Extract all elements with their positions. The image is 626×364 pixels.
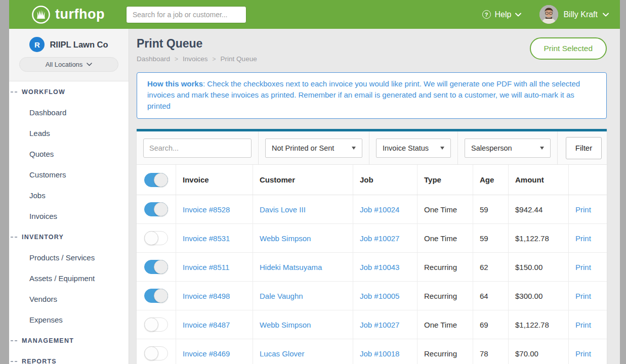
invoice-link[interactable]: Invoice #8487	[183, 321, 230, 329]
invoice-link[interactable]: Invoice #8528	[183, 205, 230, 214]
job-link[interactable]: Job #10027	[360, 321, 399, 329]
invoice-link[interactable]: Invoice #8469	[183, 349, 230, 358]
column-header-type: Type	[418, 165, 473, 195]
locations-label: All Locations	[46, 61, 83, 68]
help-icon: ?	[482, 10, 491, 19]
invoice-amount: $1,122.78	[509, 310, 569, 339]
invoice-select-toggle[interactable]	[144, 317, 168, 332]
customer-link[interactable]: Lucas Glover	[260, 349, 304, 358]
print-link[interactable]: Print	[575, 292, 591, 300]
breadcrumb-separator: >	[175, 56, 178, 63]
job-link[interactable]: Job #10005	[360, 292, 399, 300]
toggle-knob	[154, 289, 168, 303]
invoice-amount: $1,122.78	[509, 224, 569, 252]
table-row: Invoice #8528 Davis Love III Job #10024 …	[137, 195, 607, 224]
print-link[interactable]: Print	[575, 263, 591, 271]
sidebar-item-products-services[interactable]: Products / Services	[9, 247, 129, 268]
table-row: Invoice #8511 Hideki Matsuyama Job #1004…	[137, 253, 607, 282]
select-caret-icon	[352, 147, 356, 150]
sidebar-item-customers[interactable]: Customers	[9, 164, 129, 185]
print-selected-button[interactable]: Print Selected	[530, 37, 607, 60]
app-logo[interactable]: turfhop	[31, 5, 105, 24]
print-link[interactable]: Print	[575, 321, 591, 329]
invoice-select-toggle[interactable]	[144, 202, 168, 216]
section-dash-icon	[11, 92, 17, 93]
invoice-type: Recurring	[418, 282, 473, 310]
customer-link[interactable]: Davis Love III	[260, 205, 306, 214]
invoice-table: Invoice Customer Job Type Age Amount Inv…	[137, 165, 607, 364]
table-row: Invoice #8487 Webb Simpson Job #10027 On…	[137, 310, 607, 339]
breadcrumb-print-queue: Print Queue	[221, 55, 257, 63]
sidebar-item-vendors[interactable]: Vendors	[9, 289, 129, 309]
filter-button[interactable]: Filter	[566, 137, 602, 159]
breadcrumb-dashboard[interactable]: Dashboard	[137, 55, 170, 63]
invoice-age: 78	[473, 339, 509, 364]
column-header-customer: Customer	[253, 165, 353, 195]
job-link[interactable]: Job #10024	[360, 205, 399, 214]
help-menu[interactable]: ? Help	[482, 10, 522, 19]
vertical-scrollbar[interactable]	[620, 0, 626, 364]
invoice-link[interactable]: Invoice #8511	[183, 263, 229, 271]
customer-link[interactable]: Webb Simpson	[260, 321, 311, 329]
toggle-knob	[144, 317, 158, 332]
filter-bar: Not Printed or Sent Invoice Status Sales…	[137, 131, 607, 165]
invoice-age: 64	[473, 282, 509, 310]
job-link[interactable]: Job #10043	[360, 263, 399, 271]
user-menu[interactable]: Billy Kraft	[539, 5, 609, 24]
invoice-link[interactable]: Invoice #8498	[183, 292, 230, 300]
select-all-toggle[interactable]	[144, 173, 168, 187]
sidebar-item-invoices[interactable]: Invoices	[9, 206, 129, 226]
invoice-age: 69	[473, 310, 509, 339]
invoice-amount: $70.00	[509, 339, 569, 364]
toggle-knob	[144, 231, 158, 245]
main-content: Print Queue Dashboard > Invoices > Print…	[129, 29, 620, 364]
invoice-select-toggle[interactable]	[144, 346, 168, 360]
sidebar-item-expenses[interactable]: Expenses	[9, 309, 129, 330]
invoice-select-toggle[interactable]	[144, 260, 168, 274]
column-header-amount: Amount	[509, 165, 569, 195]
sidebar-item-jobs[interactable]: Jobs	[9, 185, 129, 206]
select-caret-icon	[540, 147, 544, 150]
app-header: turfhop ? Help Billy Kraft	[9, 0, 620, 29]
invoice-type: Recurring	[418, 339, 473, 364]
table-search-input[interactable]	[143, 139, 252, 158]
print-link[interactable]: Print	[575, 234, 591, 243]
sidebar-item-assets-equipment[interactable]: Assets / Equipment	[9, 268, 129, 289]
sidebar-item-leads[interactable]: Leads	[9, 123, 129, 144]
locations-dropdown[interactable]: All Locations	[19, 57, 118, 72]
help-label: Help	[495, 10, 512, 19]
print-link[interactable]: Print	[575, 205, 591, 214]
invoice-age: 59	[473, 195, 509, 223]
invoice-amount: $300.00	[509, 282, 569, 310]
job-link[interactable]: Job #10027	[360, 234, 399, 243]
chevron-down-icon	[603, 13, 609, 17]
table-row: Invoice #8531 Webb Simpson Job #10027 On…	[137, 224, 607, 253]
invoice-select-toggle[interactable]	[144, 289, 168, 303]
breadcrumb-invoices[interactable]: Invoices	[183, 55, 208, 63]
sidebar-item-quotes[interactable]: Quotes	[9, 144, 129, 164]
printed-filter-select[interactable]: Not Printed or Sent	[265, 139, 362, 158]
invoice-type: One Time	[418, 195, 473, 223]
sidebar-nav: WORKFLOW Dashboard Leads Quotes Customer…	[9, 81, 129, 364]
sidebar-section-header: MANAGEMENT	[9, 330, 129, 351]
invoice-status-select[interactable]: Invoice Status	[376, 139, 451, 158]
invoice-select-toggle[interactable]	[144, 231, 168, 245]
toggle-knob	[154, 173, 168, 187]
global-search-input[interactable]	[126, 6, 246, 23]
customer-link[interactable]: Webb Simpson	[260, 234, 311, 243]
sidebar-company-section: R RIIPL Lawn Co All Locations	[9, 29, 129, 81]
toggle-knob	[154, 260, 168, 274]
table-row: Invoice #8498 Dale Vaughn Job #10005 Rec…	[137, 282, 607, 310]
customer-link[interactable]: Hideki Matsuyama	[260, 263, 322, 271]
job-link[interactable]: Job #10018	[360, 349, 399, 358]
column-header-age: Age	[473, 165, 509, 195]
customer-link[interactable]: Dale Vaughn	[260, 292, 303, 300]
info-box-title: How this works	[147, 79, 203, 88]
salesperson-select[interactable]: Salesperson	[465, 139, 551, 158]
table-body: Invoice #8528 Davis Love III Job #10024 …	[137, 195, 607, 364]
print-link[interactable]: Print	[575, 349, 591, 358]
chevron-down-icon	[515, 13, 521, 17]
invoice-link[interactable]: Invoice #8531	[183, 234, 230, 243]
sidebar-item-dashboard[interactable]: Dashboard	[9, 102, 129, 123]
info-box: How this works: Check the checkboxes nex…	[137, 72, 607, 119]
